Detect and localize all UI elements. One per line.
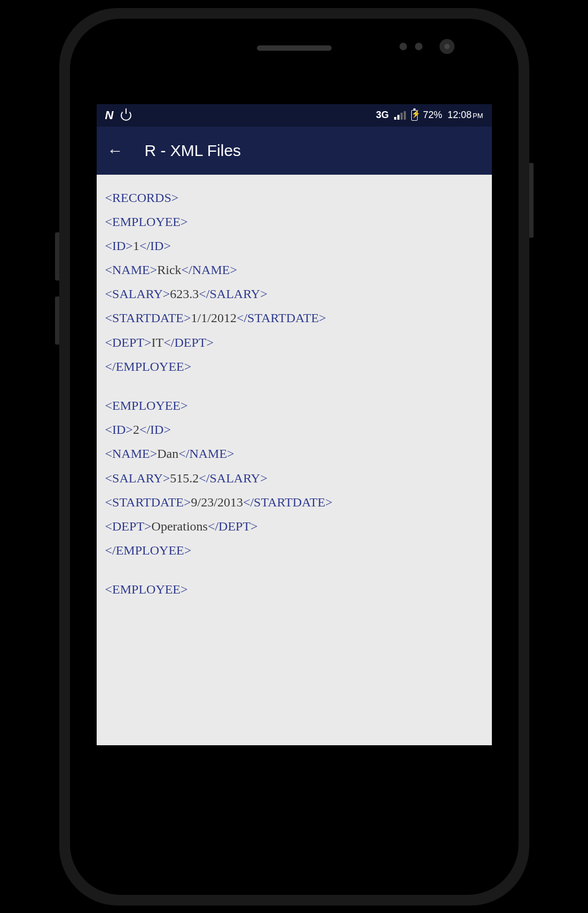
- phone-frame: N 3G 72% 12:08PM: [59, 8, 529, 906]
- page-title: R - XML Files: [145, 142, 241, 160]
- status-left: N: [105, 108, 132, 122]
- id-line: <ID>2</ID>: [105, 422, 483, 438]
- battery-percentage: 72%: [423, 110, 442, 121]
- status-bar[interactable]: N 3G 72% 12:08PM: [97, 104, 492, 127]
- clock-time: 12:08PM: [448, 110, 483, 121]
- front-camera: [440, 39, 454, 54]
- name-line: <NAME>Rick</NAME>: [105, 262, 483, 278]
- proximity-sensor: [399, 43, 407, 50]
- battery-charging-icon: [411, 110, 418, 121]
- network-type-label: 3G: [376, 110, 389, 121]
- sensor-cluster: [399, 43, 422, 50]
- signal-icon: [394, 111, 406, 120]
- android-n-icon: N: [105, 108, 114, 122]
- dept-line: <DEPT>IT</DEPT>: [105, 334, 483, 351]
- employee-open-tag: <EMPLOYEE>: [105, 397, 483, 414]
- name-line: <NAME>Dan</NAME>: [105, 446, 483, 462]
- employee-close-tag: </EMPLOYEE>: [105, 542, 483, 559]
- status-right: 3G 72% 12:08PM: [376, 110, 483, 121]
- dept-line: <DEPT>Operations</DEPT>: [105, 518, 483, 535]
- back-arrow-icon[interactable]: ←: [107, 142, 123, 160]
- employee-open-tag: <EMPLOYEE>: [105, 581, 483, 598]
- salary-line: <SALARY>515.2</SALARY>: [105, 470, 483, 487]
- power-button[interactable]: [529, 163, 534, 238]
- phone-bezel: N 3G 72% 12:08PM: [70, 19, 519, 895]
- volume-down-button[interactable]: [55, 296, 59, 345]
- power-icon: [121, 110, 131, 121]
- records-open-tag: <RECORDS>: [105, 190, 483, 206]
- startdate-line: <STARTDATE>1/1/2012</STARTDATE>: [105, 310, 483, 326]
- salary-line: <SALARY>623.3</SALARY>: [105, 286, 483, 302]
- app-bar: ← R - XML Files: [97, 127, 492, 175]
- light-sensor: [415, 43, 422, 50]
- employee-close-tag: </EMPLOYEE>: [105, 358, 483, 375]
- content-area[interactable]: <RECORDS> <EMPLOYEE> <ID>1</ID> <NAME>Ri…: [97, 175, 492, 745]
- volume-up-button[interactable]: [55, 232, 59, 280]
- screen: N 3G 72% 12:08PM: [97, 104, 492, 745]
- id-line: <ID>1</ID>: [105, 238, 483, 254]
- xml-display: <RECORDS> <EMPLOYEE> <ID>1</ID> <NAME>Ri…: [103, 179, 485, 609]
- speaker-grille: [257, 45, 332, 51]
- employee-open-tag: <EMPLOYEE>: [105, 214, 483, 230]
- startdate-line: <STARTDATE>9/23/2013</STARTDATE>: [105, 494, 483, 511]
